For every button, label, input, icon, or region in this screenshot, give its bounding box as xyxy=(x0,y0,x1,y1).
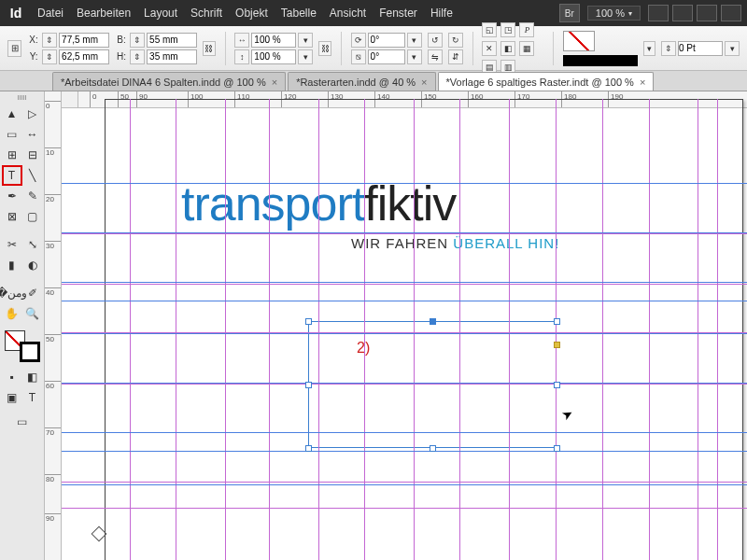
view-mode-1[interactable] xyxy=(648,5,669,21)
menu-fenster[interactable]: Fenster xyxy=(379,7,417,20)
fill-swatch[interactable] xyxy=(563,31,595,51)
menu-tabelle[interactable]: Tabelle xyxy=(281,7,317,20)
clear-overrides-icon[interactable]: ✕ xyxy=(482,41,497,56)
scaley-drop-icon[interactable]: ▾ xyxy=(298,49,313,64)
close-icon[interactable]: × xyxy=(640,77,645,88)
menu-datei[interactable]: Datei xyxy=(37,7,63,20)
ruler-origin[interactable] xyxy=(62,91,78,108)
w-field[interactable] xyxy=(147,33,197,48)
x-field[interactable] xyxy=(59,33,109,48)
flip-v-icon[interactable]: ⇵ xyxy=(448,49,463,64)
h-field[interactable] xyxy=(147,49,197,64)
direct-selection-tool[interactable]: ▷ xyxy=(23,105,42,123)
shear-field[interactable] xyxy=(368,49,405,64)
shear-icon[interactable]: ⧅ xyxy=(351,49,366,64)
tab-vorlage[interactable]: *Vorlage 6 spaltiges Raster.indt @ 100 %… xyxy=(438,72,655,91)
rotate-ccw-icon[interactable]: ↺ xyxy=(428,33,443,48)
x-stepper-icon[interactable]: ⇕ xyxy=(42,33,57,48)
line-tool[interactable]: ╲ xyxy=(23,166,42,185)
eyedropper-tool[interactable]: ✐ xyxy=(23,284,42,302)
zoom-level-dropdown[interactable]: 100 % xyxy=(587,6,641,21)
scaley-icon[interactable]: ↕ xyxy=(234,49,249,64)
rectangle-frame-tool[interactable]: ⊠ xyxy=(3,207,21,226)
stroke-preview[interactable] xyxy=(563,55,638,66)
formatting-text-icon[interactable]: T xyxy=(23,388,42,407)
menu-layout[interactable]: Layout xyxy=(144,7,177,20)
toolbox-grip[interactable] xyxy=(6,95,39,101)
gap-tool[interactable]: ↔ xyxy=(23,125,42,144)
document-viewport[interactable]: 05090100110120130140150160170180190 tran… xyxy=(62,91,747,560)
gradient-feather-tool[interactable]: ◐ xyxy=(23,256,42,274)
note-tool[interactable]: �ومن xyxy=(3,284,21,302)
view-mode-3[interactable] xyxy=(697,5,717,21)
h-label: H: xyxy=(115,51,128,62)
swatch-drop-icon[interactable]: ▾ xyxy=(643,41,655,56)
menu-schrift[interactable]: Schrift xyxy=(190,7,222,20)
content-collector-tool[interactable]: ⊞ xyxy=(3,146,21,164)
shear-drop-icon[interactable]: ▾ xyxy=(407,49,422,64)
close-icon[interactable]: × xyxy=(421,77,427,88)
scaley-field[interactable] xyxy=(251,49,296,64)
page-tool[interactable]: ▭ xyxy=(3,125,21,144)
select-container-icon[interactable]: ◱ xyxy=(482,22,497,37)
pencil-tool[interactable]: ✎ xyxy=(23,187,42,205)
app-titlebar: Id Datei Bearbeiten Layout Schrift Objek… xyxy=(0,0,747,26)
wrap-1-icon[interactable]: ▦ xyxy=(519,41,534,56)
zoom-tool[interactable]: 🔍 xyxy=(23,304,42,323)
vertical-ruler[interactable]: 0102030405060708090 xyxy=(45,91,62,560)
scissors-tool[interactable]: ✂ xyxy=(3,235,21,254)
scalex-icon[interactable]: ↔ xyxy=(234,33,249,48)
rectangle-tool[interactable]: ▢ xyxy=(23,207,42,226)
scalex-field[interactable] xyxy=(251,33,296,48)
paragraph-style-icon[interactable]: P xyxy=(519,22,534,37)
stroke-stepper-icon[interactable]: ⇕ xyxy=(661,41,676,56)
control-bar: ⊞ X:⇕ Y:⇕ B:⇕ H:⇕ ⛓ ↔▾ ↕▾ ⛓ ⟳▾ ⧅▾ ↺ ⇋ ↻ … xyxy=(0,26,747,71)
bridge-button[interactable]: Br xyxy=(559,4,580,22)
tab-arbeitsdatei[interactable]: *Arbeitsdatei DINA4 6 Spalten.indd @ 100… xyxy=(52,72,286,91)
menu-hilfe[interactable]: Hilfe xyxy=(430,7,453,20)
menu-bearbeiten[interactable]: Bearbeiten xyxy=(77,7,131,20)
apply-gradient-icon[interactable]: ◧ xyxy=(23,368,42,386)
rotate-field[interactable] xyxy=(368,33,405,48)
rotate-drop-icon[interactable]: ▾ xyxy=(407,33,422,48)
selection-tool[interactable]: ▲ xyxy=(3,105,21,123)
rotate-icon[interactable]: ⟳ xyxy=(351,33,366,48)
type-tool[interactable]: T xyxy=(3,166,21,185)
content-placer-tool[interactable]: ⊟ xyxy=(23,146,42,164)
arrange-button[interactable] xyxy=(721,5,741,21)
reference-point-icon[interactable]: ⊞ xyxy=(7,40,21,57)
view-mode-2[interactable] xyxy=(672,5,693,21)
page-canvas[interactable]: transportfiktiv WIR FAHREN ÜBERALL HIN! … xyxy=(62,108,747,560)
main-menu: Datei Bearbeiten Layout Schrift Objekt T… xyxy=(37,7,453,20)
selected-frame[interactable] xyxy=(308,321,557,448)
select-content-icon[interactable]: ◳ xyxy=(500,22,515,37)
constrain-wh-icon[interactable]: ⛓ xyxy=(203,41,215,56)
gradient-swatch-tool[interactable]: ▮ xyxy=(3,256,21,274)
pen-tool[interactable]: ✒ xyxy=(3,187,21,205)
stroke-drop-icon[interactable]: ▾ xyxy=(725,41,740,56)
tagline-text: WIR FAHREN ÜBERALL HIN! xyxy=(351,235,559,251)
tab-rasterarten[interactable]: *Rasterarten.indd @ 40 %× xyxy=(288,72,435,91)
view-mode-group xyxy=(648,5,741,21)
screen-mode-tool[interactable]: ▭ xyxy=(3,413,42,431)
y-stepper-icon[interactable]: ⇕ xyxy=(42,49,57,64)
h-stepper-icon[interactable]: ⇕ xyxy=(130,49,145,64)
effects-icon[interactable]: ◧ xyxy=(500,41,515,56)
formatting-container-icon[interactable]: ▣ xyxy=(3,388,21,407)
menu-objekt[interactable]: Objekt xyxy=(235,7,268,20)
w-stepper-icon[interactable]: ⇕ xyxy=(130,33,145,48)
toolbox: ▲▷ ▭↔ ⊞⊟ T╲ ✒✎ ⊠▢ ✂⤡ ▮◐ �ومن✐ ✋🔍 ▪◧ ▣T ▭ xyxy=(0,91,45,560)
apply-color-icon[interactable]: ▪ xyxy=(3,368,21,386)
flip-h-icon[interactable]: ⇋ xyxy=(428,49,443,64)
menu-ansicht[interactable]: Ansicht xyxy=(330,7,366,20)
fill-stroke-control[interactable] xyxy=(3,330,42,362)
free-transform-tool[interactable]: ⤡ xyxy=(23,235,42,254)
rotate-cw-icon[interactable]: ↻ xyxy=(448,33,463,48)
hand-tool[interactable]: ✋ xyxy=(3,304,21,323)
constrain-scale-icon[interactable]: ⛓ xyxy=(318,41,331,56)
stroke-color-icon[interactable] xyxy=(20,342,40,362)
scalex-drop-icon[interactable]: ▾ xyxy=(298,33,313,48)
stroke-weight-field[interactable] xyxy=(678,41,723,56)
close-icon[interactable]: × xyxy=(272,77,277,88)
y-field[interactable] xyxy=(59,49,109,64)
